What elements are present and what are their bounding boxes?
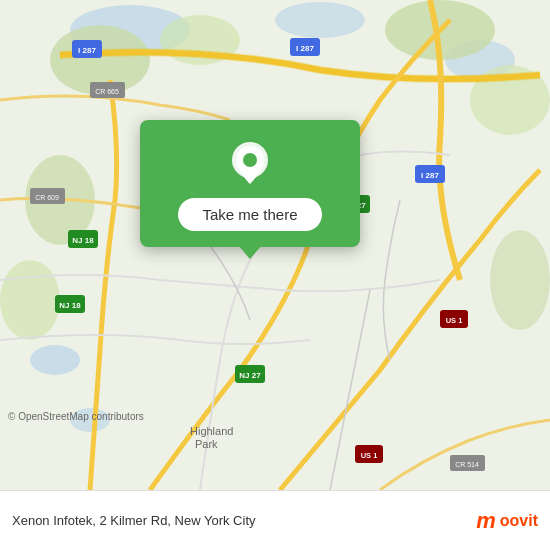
- svg-point-11: [0, 260, 60, 340]
- moovit-wordmark: oovit: [500, 512, 538, 530]
- svg-text:NJ 27: NJ 27: [239, 371, 261, 380]
- svg-point-4: [30, 345, 80, 375]
- svg-text:US 1: US 1: [446, 316, 463, 325]
- svg-point-2: [275, 2, 365, 38]
- svg-point-40: [243, 153, 257, 167]
- location-card: Take me there: [140, 120, 360, 247]
- map-container[interactable]: Highland Park I 287 I 287 I 287 NJ 27 NJ…: [0, 0, 550, 490]
- address-label: Xenon Infotek, 2 Kilmer Rd, New York Cit…: [12, 513, 256, 528]
- svg-text:Highland: Highland: [190, 425, 233, 437]
- svg-text:CR 665: CR 665: [95, 88, 119, 95]
- take-me-there-button[interactable]: Take me there: [178, 198, 321, 231]
- map-attribution: © OpenStreetMap contributors: [8, 411, 144, 422]
- svg-text:I 287: I 287: [296, 44, 314, 53]
- moovit-m-icon: m: [476, 508, 496, 534]
- bottom-bar: Xenon Infotek, 2 Kilmer Rd, New York Cit…: [0, 490, 550, 550]
- svg-text:Park: Park: [195, 438, 218, 450]
- svg-text:I 287: I 287: [78, 46, 96, 55]
- svg-text:I 287: I 287: [421, 171, 439, 180]
- svg-text:NJ 18: NJ 18: [59, 301, 81, 310]
- svg-text:US 1: US 1: [361, 451, 378, 460]
- svg-text:NJ 18: NJ 18: [72, 236, 94, 245]
- svg-point-12: [490, 230, 550, 330]
- location-pin-icon: [226, 140, 274, 188]
- svg-text:CR 609: CR 609: [35, 194, 59, 201]
- svg-text:CR 514: CR 514: [455, 461, 479, 468]
- moovit-logo: m oovit: [476, 508, 538, 534]
